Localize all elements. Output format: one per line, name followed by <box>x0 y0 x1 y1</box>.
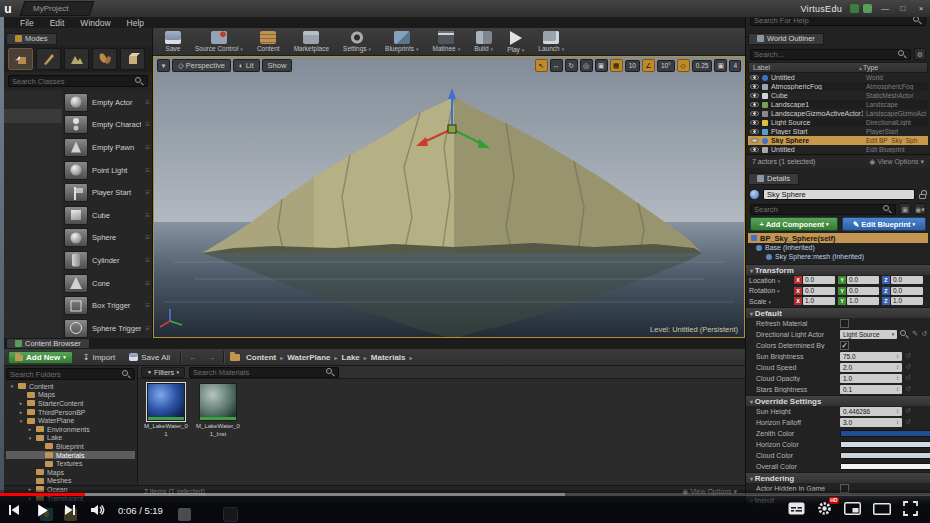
outliner-settings-icon[interactable]: ⚙ <box>914 48 926 60</box>
placeable-item[interactable]: Cube ≡ <box>62 204 152 227</box>
expander-icon[interactable]: ▸ <box>18 400 24 406</box>
modes-category[interactable] <box>4 138 62 153</box>
y-value-field[interactable]: 0.0 <box>847 287 879 295</box>
feedback-icon[interactable] <box>850 4 859 13</box>
menu-item[interactable]: Window <box>80 17 110 29</box>
project-tab[interactable]: MyProject <box>20 1 94 16</box>
property-checkbox[interactable]: ✓ <box>840 341 849 350</box>
property-control[interactable] <box>840 452 930 459</box>
grid-snap-value[interactable]: 10 <box>625 60 640 72</box>
toolbar-button[interactable]: Marketplace▾ <box>290 30 333 53</box>
property-checkbox[interactable] <box>840 319 849 328</box>
menu-item[interactable]: File <box>20 17 34 29</box>
details-search-input[interactable] <box>754 205 883 214</box>
settings-button[interactable]: HD <box>817 501 832 520</box>
details-search[interactable] <box>750 204 896 215</box>
folder-search-input[interactable] <box>10 370 122 379</box>
rotation-snap-value[interactable]: 10° <box>657 60 675 72</box>
placeable-item[interactable]: Cylinder ≡ <box>62 249 152 272</box>
asset-search[interactable] <box>189 367 339 378</box>
transform-section-header[interactable]: Transform <box>746 264 930 275</box>
maximize-button[interactable]: □ <box>894 0 912 17</box>
visibility-eye-icon[interactable] <box>750 129 759 134</box>
filters-button[interactable]: ▼ Filters▾ <box>141 367 185 378</box>
epic-icon[interactable] <box>863 4 872 13</box>
drag-grip-icon[interactable]: ≡ <box>145 120 150 129</box>
show-button[interactable]: Show <box>262 59 293 72</box>
override-section-header[interactable]: Override Settings <box>746 395 930 406</box>
y-value-field[interactable]: 0.0 <box>847 276 879 284</box>
toolbar-button[interactable]: Build▾ <box>470 30 497 53</box>
play-button[interactable] <box>28 503 56 518</box>
asset-search-input[interactable] <box>193 368 326 377</box>
lock-icon[interactable] <box>919 194 926 199</box>
visibility-eye-icon[interactable] <box>750 93 759 98</box>
visibility-eye-icon[interactable] <box>750 120 759 125</box>
outliner-search[interactable] <box>750 49 911 60</box>
toolbar-button[interactable]: Save▾ <box>161 30 185 53</box>
breadcrumb-item[interactable]: Materials▸ <box>371 353 413 362</box>
drag-grip-icon[interactable]: ≡ <box>145 301 150 310</box>
property-dropdown[interactable]: Light Source▾ <box>840 330 897 339</box>
property-number-field[interactable]: 2.0↕ <box>840 363 902 372</box>
mode-foliage-button[interactable] <box>92 48 117 70</box>
viewport-options-button[interactable]: ▾ <box>157 59 170 72</box>
folder-tree-item[interactable]: Maps <box>6 391 135 400</box>
menu-item[interactable]: Help <box>127 17 144 29</box>
property-number-field[interactable]: 75.0↕ <box>840 352 902 361</box>
scale-snap-value[interactable]: 0.25 <box>692 60 713 72</box>
visibility-eye-icon[interactable] <box>750 75 759 80</box>
z-value-field[interactable]: 0.0 <box>891 276 923 284</box>
drag-grip-icon[interactable]: ≡ <box>145 324 150 333</box>
mode-geometry-button[interactable] <box>120 48 145 70</box>
lit-button[interactable]: ◐ Lit <box>233 59 260 72</box>
modes-category[interactable] <box>4 167 62 182</box>
placeable-item[interactable]: Player Start ≡ <box>62 181 152 204</box>
outliner-view-options[interactable]: ◉ View Options ▾ <box>869 158 924 166</box>
subtitles-button[interactable] <box>788 501 805 519</box>
content-browser-tab[interactable]: Content Browser <box>6 338 90 349</box>
modes-category[interactable] <box>4 94 62 109</box>
expander-icon[interactable]: ▾ <box>18 418 24 424</box>
property-control[interactable]: 0.1↕↺ <box>840 385 927 394</box>
property-control[interactable]: 75.0↕↺ <box>840 352 927 361</box>
drag-grip-icon[interactable]: ≡ <box>145 188 150 197</box>
drag-grip-icon[interactable]: ≡ <box>145 143 150 152</box>
property-control[interactable]: Light Source▾✎↺ <box>840 330 927 339</box>
placeable-item[interactable]: Box Trigger ≡ <box>62 294 152 317</box>
outliner-row[interactable]: LandscapeGizmoActiveActor1 LandscapeGizm… <box>748 109 928 118</box>
folder-tree-item[interactable]: Textures <box>6 459 135 468</box>
folder-tree-item[interactable]: ▾ Lake <box>6 434 135 443</box>
close-button[interactable]: × <box>912 0 930 17</box>
forward-button[interactable]: → <box>205 353 217 362</box>
world-outliner-tab[interactable]: World Outliner <box>748 33 824 45</box>
modes-category[interactable] <box>4 109 62 124</box>
drag-grip-icon[interactable]: ≡ <box>145 233 150 242</box>
modes-category[interactable] <box>4 181 62 196</box>
toolbar-button[interactable]: Settings▾ <box>339 30 375 53</box>
toolbar-button[interactable]: Launch▾ <box>534 30 568 53</box>
placeable-item[interactable]: Cone ≡ <box>62 272 152 295</box>
rotate-tool-icon[interactable]: ↻ <box>565 59 578 72</box>
world-local-icon[interactable]: ◎ <box>580 59 593 72</box>
modes-tab[interactable]: Modes <box>6 33 57 45</box>
drag-grip-icon[interactable]: ≡ <box>145 211 150 220</box>
label-column-header[interactable]: Label <box>753 64 858 71</box>
drag-grip-icon[interactable]: ≡ <box>145 166 150 175</box>
surface-snap-icon[interactable]: ▣ <box>595 59 608 72</box>
folder-tree-item[interactable]: Blueprint <box>6 442 135 451</box>
component-base[interactable]: Base (Inherited) <box>746 243 930 252</box>
outliner-row[interactable]: Cube StaticMeshActor <box>748 91 928 100</box>
visibility-eye-icon[interactable] <box>750 102 759 107</box>
property-color-swatch[interactable] <box>840 452 930 459</box>
actor-name-field[interactable] <box>763 189 915 200</box>
material-thumbnail[interactable] <box>199 383 237 421</box>
visibility-eye-icon[interactable] <box>750 84 759 89</box>
folder-search[interactable] <box>6 368 135 380</box>
breadcrumb-item[interactable]: WaterPlane▸ <box>287 353 337 362</box>
reset-icon[interactable]: ↺ <box>905 418 911 426</box>
mode-place-button[interactable] <box>8 48 33 70</box>
menu-item[interactable]: Edit <box>50 17 65 29</box>
visibility-eye-icon[interactable] <box>750 111 759 116</box>
reset-icon[interactable]: ↺ <box>905 352 911 360</box>
